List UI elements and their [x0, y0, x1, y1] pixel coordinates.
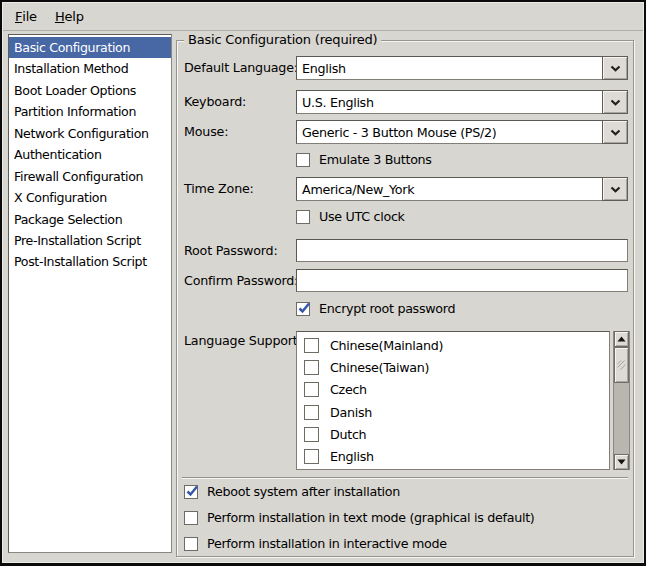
encrypt-root-password-label: Encrypt root password [319, 301, 455, 316]
language-checkbox[interactable] [304, 382, 319, 397]
reboot-after-install-label: Reboot system after installation [207, 484, 400, 499]
emulate-3-buttons-row: Emulate 3 Buttons [296, 152, 432, 167]
encrypt-root-password-checkbox[interactable] [296, 302, 310, 316]
scroll-up-button[interactable] [614, 331, 629, 347]
menu-file-label: ile [22, 9, 37, 24]
chevron-down-icon [610, 129, 621, 136]
menubar: File Help [3, 3, 643, 31]
language-checkbox[interactable] [304, 427, 319, 442]
sidebar-item-firewall-configuration[interactable]: Firewall Configuration [9, 166, 171, 187]
encrypt-root-password-row: Encrypt root password [296, 301, 455, 316]
mouse-combo [296, 120, 628, 144]
menu-file-accel: F [15, 9, 22, 24]
default-language-dropdown-button[interactable] [602, 56, 628, 80]
language-label: Dutch [330, 427, 366, 442]
arrow-up-icon [617, 336, 626, 342]
sidebar-item-x-configuration[interactable]: X Configuration [9, 187, 171, 208]
language-option-czech[interactable]: Czech [297, 379, 609, 401]
text-mode-install-checkbox[interactable] [184, 511, 198, 525]
language-checkbox[interactable] [304, 449, 319, 464]
chevron-down-icon [610, 99, 621, 106]
language-label: Danish [330, 405, 372, 420]
sidebar-item-boot-loader-options[interactable]: Boot Loader Options [9, 80, 171, 101]
emulate-3-buttons-checkbox[interactable] [296, 153, 310, 167]
checkmark-icon [296, 301, 312, 316]
interactive-install-label: Perform installation in interactive mode [207, 536, 447, 551]
use-utc-clock-checkbox[interactable] [296, 210, 310, 224]
menu-help-accel: H [55, 9, 65, 24]
scroll-down-button[interactable] [614, 454, 629, 470]
default-language-label: Default Language: [184, 60, 298, 75]
sidebar-item-pre-installation-script[interactable]: Pre-Installation Script [9, 230, 171, 251]
sidebar-item-authentication[interactable]: Authentication [9, 144, 171, 165]
sidebar-item-basic-configuration[interactable]: Basic Configuration [9, 37, 171, 58]
language-option-chinese-mainland[interactable]: Chinese(Mainland) [297, 334, 609, 356]
language-checkbox[interactable] [304, 360, 319, 375]
sidebar-item-package-selection[interactable]: Package Selection [9, 209, 171, 230]
default-language-input[interactable] [296, 56, 603, 80]
reboot-after-install-row: Reboot system after installation [184, 484, 400, 499]
keyboard-dropdown-button[interactable] [602, 90, 628, 114]
language-list-scrollbar[interactable] [613, 331, 630, 470]
reboot-after-install-checkbox[interactable] [184, 485, 198, 499]
sidebar-item-partition-information[interactable]: Partition Information [9, 101, 171, 122]
confirm-password-input[interactable] [296, 269, 628, 292]
menu-file[interactable]: File [6, 3, 46, 30]
time-zone-combo [296, 177, 628, 201]
language-support-list: Chinese(Mainland) Chinese(Taiwan) Czech … [296, 331, 610, 470]
scrollbar-grip-icon [617, 360, 626, 370]
menu-help[interactable]: Help [46, 3, 93, 30]
language-label: Chinese(Mainland) [330, 338, 443, 353]
interactive-install-row: Perform installation in interactive mode [184, 536, 447, 551]
language-checkbox[interactable] [304, 338, 319, 353]
interactive-install-checkbox[interactable] [184, 537, 198, 551]
time-zone-input[interactable] [296, 177, 603, 201]
language-label: Chinese(Taiwan) [330, 360, 429, 375]
basic-configuration-frame: Basic Configuration (required) Default L… [176, 40, 634, 557]
language-option-english[interactable]: English [297, 445, 609, 467]
language-option-chinese-taiwan[interactable]: Chinese(Taiwan) [297, 356, 609, 378]
chevron-down-icon [610, 65, 621, 72]
text-mode-install-label: Perform installation in text mode (graph… [207, 510, 535, 525]
language-option-danish[interactable]: Danish [297, 401, 609, 423]
root-password-input[interactable] [296, 239, 628, 262]
section-separator [182, 477, 628, 479]
keyboard-input[interactable] [296, 90, 603, 114]
frame-title: Basic Configuration (required) [184, 32, 381, 47]
emulate-3-buttons-label: Emulate 3 Buttons [319, 152, 432, 167]
arrow-down-icon [617, 459, 626, 465]
mouse-input[interactable] [296, 120, 603, 144]
root-password-label: Root Password: [184, 243, 278, 258]
language-label: English [330, 449, 374, 464]
confirm-password-label: Confirm Password: [184, 273, 298, 288]
chevron-down-icon [610, 186, 621, 193]
menu-help-label: elp [64, 9, 83, 24]
default-language-combo [296, 56, 628, 80]
sidebar-item-network-configuration[interactable]: Network Configuration [9, 123, 171, 144]
time-zone-label: Time Zone: [184, 181, 254, 196]
mouse-label: Mouse: [184, 124, 228, 139]
language-label: Czech [330, 382, 367, 397]
language-checkbox[interactable] [304, 405, 319, 420]
checkmark-icon [184, 484, 200, 499]
sidebar-nav: Basic Configuration Installation Method … [8, 34, 172, 553]
sidebar-item-installation-method[interactable]: Installation Method [9, 58, 171, 79]
mouse-dropdown-button[interactable] [602, 120, 628, 144]
language-option-dutch[interactable]: Dutch [297, 423, 609, 445]
use-utc-clock-row: Use UTC clock [296, 209, 405, 224]
keyboard-label: Keyboard: [184, 94, 246, 109]
use-utc-clock-label: Use UTC clock [319, 209, 405, 224]
time-zone-dropdown-button[interactable] [602, 177, 628, 201]
language-support-label: Language Support: [184, 333, 302, 348]
scrollbar-thumb[interactable] [614, 347, 629, 383]
kickstart-configurator-window: File Help Basic Configuration Installati… [0, 0, 646, 566]
sidebar-item-post-installation-script[interactable]: Post-Installation Script [9, 251, 171, 272]
keyboard-combo [296, 90, 628, 114]
text-mode-install-row: Perform installation in text mode (graph… [184, 510, 535, 525]
